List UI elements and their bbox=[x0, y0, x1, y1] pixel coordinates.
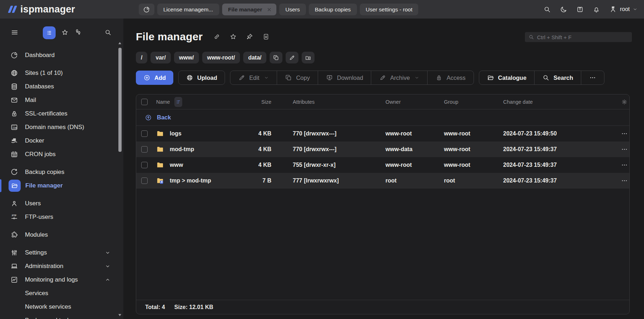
breadcrumb-data[interactable]: data/ bbox=[243, 52, 266, 63]
access-button[interactable]: Access bbox=[428, 71, 473, 84]
sidebar-item-file-manager[interactable]: File manager bbox=[0, 179, 123, 192]
add-button[interactable]: Add bbox=[136, 71, 173, 85]
pencil-icon bbox=[238, 74, 245, 81]
edit-path-button[interactable] bbox=[286, 52, 298, 63]
row-menu-ellipsis-icon[interactable] bbox=[621, 146, 628, 153]
row-checkbox[interactable] bbox=[141, 130, 148, 137]
row-menu-ellipsis-icon[interactable] bbox=[621, 177, 628, 184]
sidebar-item-databases[interactable]: Databases bbox=[0, 80, 123, 93]
sidebar-item-docker[interactable]: Docker bbox=[0, 134, 123, 148]
breadcrumb-var[interactable]: var/ bbox=[150, 52, 170, 63]
back-row[interactable]: Back bbox=[136, 109, 629, 126]
sidebar-item-ssl-certificates[interactable]: SSL-certificates bbox=[0, 107, 123, 120]
column-header-size[interactable]: Size bbox=[250, 99, 271, 105]
row-checkbox[interactable] bbox=[141, 177, 148, 184]
favorites-star-icon[interactable] bbox=[61, 29, 68, 36]
page-title-actions bbox=[213, 33, 270, 40]
table-row[interactable]: tmp > mod-tmp 7 B 777 [lrwxrwxrwx] root … bbox=[136, 173, 629, 189]
row-menu-ellipsis-icon[interactable] bbox=[621, 161, 628, 169]
scrollbar-thumb[interactable] bbox=[118, 48, 122, 152]
export-document-icon[interactable] bbox=[262, 33, 270, 40]
column-header-owner[interactable]: Owner bbox=[385, 99, 444, 105]
tab-dashboard[interactable] bbox=[139, 4, 154, 15]
breadcrumb-root[interactable]: / bbox=[136, 52, 147, 63]
notifications-bell-icon[interactable] bbox=[593, 6, 600, 13]
sidebar-item-domain-names-dns[interactable]: .COM Domain names (DNS) bbox=[0, 120, 123, 134]
search-files-button[interactable]: Search bbox=[535, 71, 581, 84]
chevron-down-icon bbox=[633, 7, 638, 12]
scrollbar-up-arrow[interactable] bbox=[118, 42, 121, 44]
sidebar-item-settings[interactable]: Settings bbox=[0, 246, 123, 259]
pin-icon[interactable] bbox=[246, 33, 253, 40]
download-button[interactable]: Download bbox=[318, 71, 371, 84]
copy-button[interactable]: Copy bbox=[277, 71, 318, 84]
hamburger-menu-icon[interactable] bbox=[11, 29, 19, 36]
archive-button[interactable]: Archive bbox=[371, 71, 427, 84]
sidebar-item-backup-copies[interactable]: Backup copies bbox=[0, 165, 123, 179]
edit-button[interactable]: Edit bbox=[230, 71, 277, 84]
copy-path-button[interactable] bbox=[270, 52, 282, 63]
column-header-name[interactable]: Name bbox=[153, 97, 250, 107]
breadcrumb-www[interactable]: www/ bbox=[174, 52, 199, 63]
table-settings-gear-icon[interactable] bbox=[619, 99, 629, 105]
row-checkbox[interactable] bbox=[141, 146, 148, 153]
sidebar-item-users[interactable]: Users bbox=[0, 197, 123, 210]
sidebar-search-icon[interactable] bbox=[104, 29, 112, 36]
search-icon[interactable] bbox=[543, 6, 551, 13]
table-row[interactable]: mod-tmp 4 KB 770 [drwxrwx---] www-data w… bbox=[136, 142, 629, 157]
link-icon[interactable] bbox=[213, 33, 220, 40]
sidebar-item-background-tasks[interactable]: Background tasks bbox=[0, 314, 123, 319]
sidebar-item-administration[interactable]: Administration bbox=[0, 259, 123, 273]
sliders-icon bbox=[10, 249, 19, 257]
favorite-folder-button[interactable] bbox=[302, 52, 315, 63]
table-row[interactable]: www 4 KB 755 [drwxr-xr-x] www-root www-r… bbox=[136, 157, 629, 173]
user-menu[interactable]: root bbox=[609, 5, 638, 13]
nav-list-icon[interactable] bbox=[43, 26, 56, 39]
more-actions-button[interactable] bbox=[581, 71, 604, 84]
catalogue-button[interactable]: Catalogue bbox=[479, 71, 535, 84]
tab-user-settings-root[interactable]: User settings - root bbox=[360, 4, 419, 15]
chevron-down-icon bbox=[264, 75, 269, 80]
sidebar-item-sites[interactable]: Sites (1 of 10) bbox=[0, 66, 123, 80]
globe-upload-icon bbox=[186, 74, 193, 81]
tab-backup-copies[interactable]: Backup copies bbox=[309, 4, 357, 15]
svg-text:.COM: .COM bbox=[12, 127, 17, 129]
upload-button[interactable]: Upload bbox=[178, 71, 225, 85]
main-content: File manager / var/ www/ www-root/ data/ bbox=[123, 19, 644, 319]
up-circle-icon bbox=[145, 114, 152, 121]
sidebar-item-ftp-users[interactable]: FTP FTP-users bbox=[0, 210, 123, 224]
username-label: root bbox=[620, 6, 630, 12]
sidebar-item-dashboard[interactable]: Dashboard bbox=[0, 48, 123, 62]
dark-mode-moon-icon[interactable] bbox=[560, 6, 567, 13]
pie-chart-icon bbox=[10, 51, 19, 59]
sidebar-item-services[interactable]: Services bbox=[0, 287, 123, 300]
export-icon[interactable] bbox=[576, 6, 584, 13]
close-tab-icon[interactable] bbox=[266, 7, 272, 12]
tab-file-manager[interactable]: File manager bbox=[222, 4, 277, 15]
column-header-attributes[interactable]: Attributes bbox=[271, 99, 385, 105]
sidebar-item-network-services[interactable]: Network services bbox=[0, 300, 123, 314]
tab-users[interactable]: Users bbox=[279, 4, 306, 15]
download-icon bbox=[326, 74, 333, 81]
row-menu-ellipsis-icon[interactable] bbox=[621, 130, 628, 137]
table-row[interactable]: logs 4 KB 770 [drwxrwx---] www-root www-… bbox=[136, 126, 629, 142]
select-all-checkbox[interactable] bbox=[141, 99, 148, 105]
row-checkbox[interactable] bbox=[141, 162, 148, 168]
sidebar-item-modules[interactable]: Modules bbox=[0, 228, 123, 242]
star-icon[interactable] bbox=[230, 33, 237, 40]
file-search-input[interactable] bbox=[537, 34, 628, 40]
column-header-change-date[interactable]: Change date bbox=[503, 99, 619, 105]
column-header-group[interactable]: Group bbox=[444, 99, 503, 105]
table-header: Name Size Attributes Owner Group Change … bbox=[136, 94, 629, 109]
sidebar-item-cron-jobs[interactable]: CRON jobs bbox=[0, 148, 123, 161]
chevron-down-icon bbox=[414, 75, 419, 80]
ispmanager-logo[interactable]: ispmanager bbox=[9, 4, 75, 15]
tab-license-management[interactable]: License managem... bbox=[157, 4, 219, 15]
scrollbar-down-arrow[interactable] bbox=[118, 314, 121, 316]
breadcrumb-www-root[interactable]: www-root/ bbox=[202, 52, 240, 63]
footprints-icon[interactable] bbox=[74, 28, 82, 36]
chevron-up-icon bbox=[105, 277, 111, 283]
sort-by-name-icon[interactable] bbox=[174, 97, 182, 107]
sidebar-item-mail[interactable]: Mail bbox=[0, 93, 123, 107]
sidebar-item-monitoring-and-logs[interactable]: Monitoring and logs bbox=[0, 273, 123, 287]
